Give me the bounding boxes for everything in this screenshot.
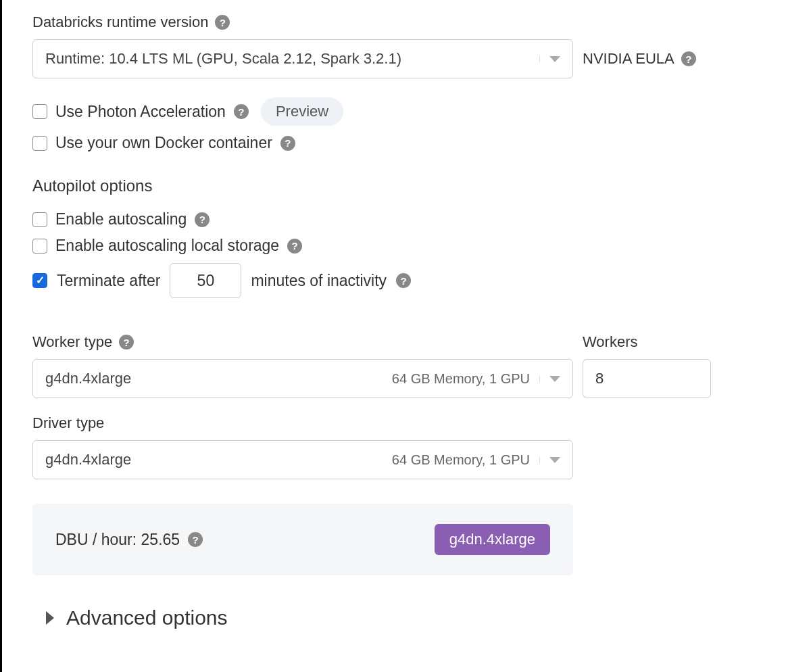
help-icon[interactable]: ?	[396, 273, 411, 288]
docker-label: Use your own Docker container	[55, 134, 272, 152]
nvidia-eula-text: NVIDIA EULA	[583, 50, 674, 68]
help-icon[interactable]: ?	[119, 335, 134, 350]
driver-type-hint: 64 GB Memory, 1 GPU	[392, 452, 539, 468]
worker-type-hint: 64 GB Memory, 1 GPU	[392, 371, 539, 387]
chevron-down-icon	[539, 56, 560, 62]
autoscaling-checkbox[interactable]	[32, 212, 47, 227]
photon-checkbox[interactable]	[32, 104, 47, 119]
workers-label: Workers	[583, 333, 711, 351]
advanced-options-toggle[interactable]: Advanced options	[32, 606, 781, 629]
driver-type-value: g4dn.4xlarge	[45, 451, 131, 469]
runtime-version-select[interactable]: Runtime: 10.4 LTS ML (GPU, Scala 2.12, S…	[32, 39, 573, 78]
help-icon[interactable]: ?	[188, 532, 203, 547]
help-icon[interactable]: ?	[215, 15, 230, 30]
worker-type-label: Worker type ?	[32, 333, 573, 351]
instance-chip: g4dn.4xlarge	[435, 524, 550, 555]
worker-type-label-text: Worker type	[32, 333, 112, 351]
runtime-version-label: Databricks runtime version ?	[32, 14, 230, 31]
advanced-options-label: Advanced options	[66, 606, 228, 629]
photon-label: Use Photon Acceleration	[55, 103, 226, 121]
nvidia-eula-link[interactable]: NVIDIA EULA ?	[583, 50, 696, 68]
autopilot-heading: Autopilot options	[32, 176, 781, 195]
triangle-right-icon	[46, 611, 54, 625]
worker-type-value: g4dn.4xlarge	[45, 370, 131, 387]
autoscaling-local-storage-label: Enable autoscaling local storage	[55, 237, 279, 255]
docker-checkbox[interactable]	[32, 136, 47, 151]
dbu-info-panel: DBU / hour: 25.65 ? g4dn.4xlarge	[32, 504, 573, 575]
driver-type-select[interactable]: g4dn.4xlarge 64 GB Memory, 1 GPU	[32, 440, 573, 479]
dbu-label: DBU / hour: 25.65	[55, 531, 180, 549]
autoscaling-local-storage-checkbox[interactable]	[32, 239, 47, 254]
terminate-before-label: Terminate after	[57, 272, 160, 290]
help-icon[interactable]: ?	[234, 104, 249, 119]
worker-type-select[interactable]: g4dn.4xlarge 64 GB Memory, 1 GPU	[32, 359, 573, 398]
help-icon[interactable]: ?	[681, 51, 696, 66]
preview-badge: Preview	[261, 97, 343, 126]
help-icon[interactable]: ?	[280, 136, 295, 151]
terminate-after-label: minutes of inactivity	[251, 272, 387, 290]
chevron-down-icon	[539, 376, 560, 382]
driver-type-label: Driver type	[32, 414, 573, 432]
chevron-down-icon	[539, 457, 560, 463]
runtime-version-label-text: Databricks runtime version	[32, 14, 208, 31]
terminate-checkbox[interactable]	[32, 273, 47, 288]
autoscaling-label: Enable autoscaling	[55, 210, 187, 229]
runtime-version-value: Runtime: 10.4 LTS ML (GPU, Scala 2.12, S…	[45, 50, 401, 68]
help-icon[interactable]: ?	[287, 239, 302, 254]
terminate-minutes-input[interactable]	[170, 263, 241, 298]
help-icon[interactable]: ?	[195, 212, 210, 227]
workers-input[interactable]	[583, 359, 711, 398]
